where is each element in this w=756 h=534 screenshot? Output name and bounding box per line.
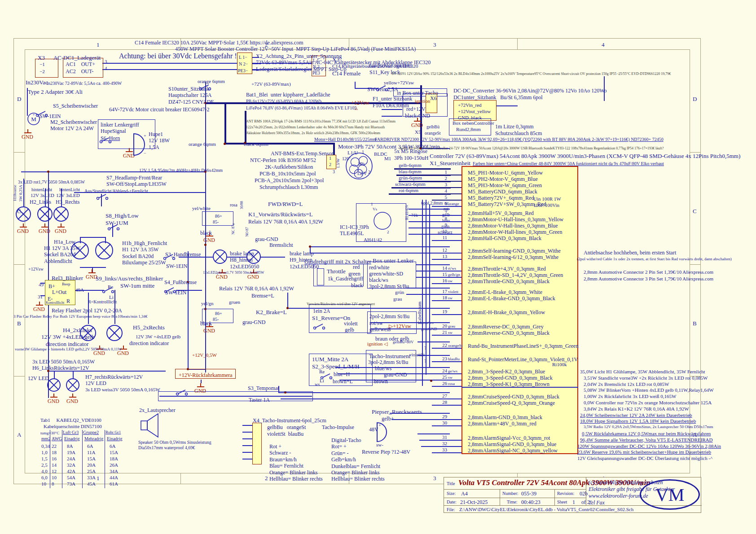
schematic-label: rot-6qmm	[399, 188, 418, 193]
power-line: 3,84W 2x Relais K1+K2 12V 76R 0,16A 40A …	[584, 406, 689, 412]
wire	[73, 372, 74, 379]
schematic-label: PCB-A_20x10x5mm 2pol+3pol	[255, 177, 324, 184]
schematic-label: Schutzschlauch 85cm	[495, 130, 542, 136]
table-cell: 33A	[87, 475, 96, 481]
x1-pin-label: 2,8mmAlarm+48V_0,3mm_red	[468, 420, 536, 427]
schematic-label: gelb-6qmm	[399, 162, 422, 168]
hall-sensor-icon[interactable]	[374, 212, 391, 230]
x1-pin-label: 2,8mmThrottle-GND_0,3qmm_Black	[468, 278, 549, 285]
schematic-label: PCB-B_10x10x5mm 2pol	[259, 171, 316, 177]
frame-border	[13, 152, 25, 153]
x1-pin-label: 2,8mmCruiseSpeed-GND_0,3qmm_Black	[468, 394, 559, 400]
schematic-label: NC 87a	[231, 223, 236, 235]
lamp-icon[interactable]	[53, 206, 69, 222]
schematic-label: direction indicator	[129, 340, 169, 346]
lamp-icon[interactable]	[47, 378, 61, 392]
x1-pin-color-label: ge/ws	[448, 369, 457, 374]
lamp-icon[interactable]	[37, 206, 53, 222]
schematic-label: rosa	[230, 202, 237, 208]
schematic-label: Hupe1 12V 18W 1,5A	[149, 131, 170, 150]
switch-icon[interactable]	[176, 390, 188, 396]
note-line: Antiebsachse hochheben, beim ersten Star…	[584, 249, 676, 256]
schematic-label: 1	[362, 149, 364, 155]
table-header: mm2	[41, 436, 51, 442]
schematic-label: S10unter_Sitzbank Hauptschalter 125A DZ4…	[168, 86, 214, 105]
ground-label: GND	[48, 398, 59, 404]
table-cell: 73A	[67, 481, 75, 487]
x1-pin-stub	[432, 283, 462, 284]
x1-pin-label: 2,8mmHall+5V_0,3qmm_Red	[468, 210, 534, 216]
table-cell: 25A	[87, 468, 96, 474]
schematic-label: Box nebenController	[453, 120, 494, 126]
wire	[242, 425, 252, 426]
schematic-label: 3pol-2,8mm St/Bu	[369, 283, 409, 289]
frame-column-label: 4	[602, 41, 605, 48]
x1-pin-color-label: gelb/gn	[448, 272, 460, 277]
frame-row-label: A	[17, 431, 21, 438]
schematic-label: H2_Links	[30, 199, 51, 205]
wire	[224, 103, 226, 144]
schematic-label: Relay Flasher 2pol 12V 0,2-20A	[52, 307, 122, 314]
schematic-label: blau-6qmm	[399, 169, 422, 175]
speaker-icon[interactable]	[140, 413, 161, 438]
schematic-label: Throttle	[327, 268, 346, 275]
schematic-label: Achtung: bei über 30Vdc Lebensgefahr !	[119, 52, 237, 60]
lamp-icon[interactable]	[95, 241, 113, 259]
schematic-label: X6	[430, 95, 437, 101]
schematic-label: Taster 1A	[249, 397, 270, 403]
frame-column-label: 2	[265, 475, 268, 482]
component-box[interactable]	[35, 59, 58, 78]
schematic-label: L2/V	[357, 171, 367, 176]
lamp-icon[interactable]	[16, 206, 31, 222]
x1-pin-stub	[432, 259, 462, 260]
switch-icon[interactable]	[97, 194, 108, 200]
schematic-label: brake lamp H8_hinten 12xLED5050	[230, 250, 259, 270]
component-box[interactable]	[326, 155, 336, 169]
wire	[80, 237, 106, 238]
schematic-label: 85-	[213, 219, 219, 225]
x1-pin-color-label: blauBu	[448, 357, 460, 362]
schematic-label: ws	[315, 382, 320, 387]
lamp-icon[interactable]	[106, 325, 123, 341]
power-line: 18,0W Hupe Signalhorn 12V 1,5A 18W kein …	[580, 418, 696, 424]
schematic-label: FWD/RWD=L	[268, 201, 303, 208]
lamp-icon[interactable]	[213, 249, 227, 264]
schematic-label: H7_rechtsRückwärts=12V 12V LED	[85, 374, 143, 387]
schematic-label: PB 6x12V=72V (63-89V) 60Ah 4.320Wh	[246, 99, 322, 104]
schematic-label: C14 Female IEC320 10A 250Vac MPPT-Solar …	[135, 39, 303, 46]
component-box[interactable]	[252, 423, 262, 464]
x1-note: Uin 100R 1W	[533, 196, 561, 202]
x1-pin-label: 2,8mmE-L-Brake_0,3qmm_White	[468, 289, 542, 295]
schematic-label: Beep	[62, 282, 70, 287]
lamp-icon[interactable]	[66, 378, 79, 392]
schematic-label: H4_2xLinks	[63, 327, 92, 334]
svg-text:+: +	[32, 112, 35, 117]
switch-icon[interactable]	[313, 324, 325, 330]
table-header: Gruppe2	[83, 430, 99, 435]
x1-pin-stub	[432, 452, 462, 453]
table-separator	[105, 430, 105, 488]
motor-icon[interactable]: M+	[27, 113, 40, 125]
horn-icon[interactable]	[133, 133, 149, 156]
ground-label: GND	[33, 306, 45, 312]
table-cell: 8A	[67, 443, 73, 449]
table-cell: 1,5	[41, 456, 48, 462]
frame-row-label: C	[693, 208, 697, 215]
table-cell: 34A	[110, 468, 118, 474]
wire	[242, 438, 252, 439]
component-box[interactable]	[317, 268, 324, 285]
schematic-label: H3_Rechts	[56, 199, 79, 205]
schematic-label: Kontrolllicht	[46, 301, 64, 305]
schematic-canvas: 11223344DDCCBBAA GNDGNDGNDGNDGNDGNDGNDGN…	[0, 0, 756, 534]
time-label: Time:	[507, 499, 518, 505]
schematic-label: X3 AC-DC1_Ladegerät	[38, 54, 101, 61]
wire	[382, 116, 402, 117]
schematic-label: Bremslicht	[269, 242, 293, 248]
schematic-label: S4_Fußbremse	[164, 279, 197, 285]
x1-pin-label: 2,8mmThrottle-SD_1-4,2V_0,3qmm_Green	[468, 272, 563, 278]
x1-pin-color-label: sw	[448, 330, 453, 335]
schematic-label: red	[353, 264, 360, 270]
table-cell: 20A	[87, 462, 96, 468]
schematic-label: RL41/42V	[405, 205, 409, 220]
schematic-label: blue=H	[334, 371, 350, 377]
